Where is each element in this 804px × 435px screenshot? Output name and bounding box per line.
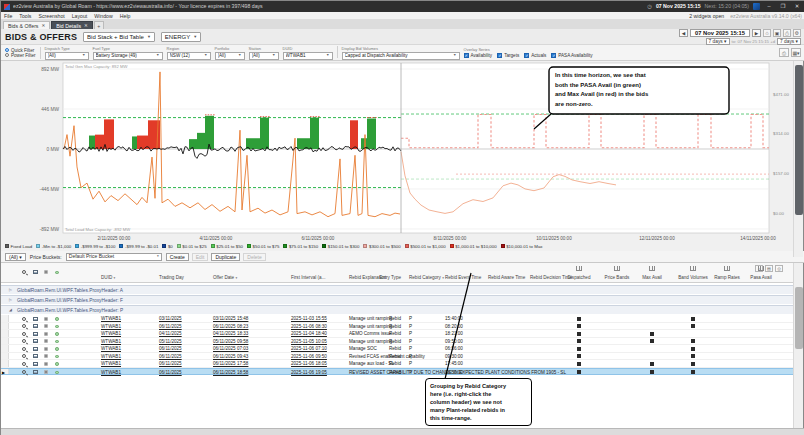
tab-bids-offers[interactable]: Bids & Offers✕ (3, 21, 50, 29)
filter-value-select[interactable]: WTWAB1▼ (283, 52, 333, 60)
magnifier-icon[interactable] (22, 317, 26, 321)
table-columns-icon[interactable]: ▤ (765, 265, 773, 272)
cell-first_interval[interactable]: 2025-11-06 18:05 (291, 360, 327, 368)
mini-chart-cell-max_avail[interactable] (650, 332, 654, 336)
grid-icon[interactable] (33, 324, 38, 328)
grid-icon[interactable] (33, 332, 38, 336)
bucket-all-select[interactable]: (All) ▾ (5, 253, 26, 261)
gear-icon[interactable] (44, 339, 48, 343)
gear-icon[interactable] (44, 347, 48, 351)
filter-value-select[interactable]: (All)▼ (249, 52, 279, 60)
table-row[interactable]: WTWAB106/11/202506/11/2025 09:432025-11-… (1, 353, 793, 361)
expander-icon[interactable]: ▷ (9, 286, 12, 295)
cell-offer_date[interactable]: 06/11/2025 09:43 (213, 353, 248, 361)
row-header[interactable] (1, 360, 9, 367)
create-bucket-button[interactable]: Create (166, 253, 189, 261)
column-header-aware_time[interactable]: Rebid Aware Time (488, 275, 525, 280)
cell-duid[interactable]: WTWAB1 (101, 338, 121, 346)
magnifier-icon[interactable] (22, 354, 26, 358)
export-icon[interactable]: ▦▾ (791, 48, 801, 57)
magnifier-icon[interactable] (22, 362, 26, 366)
cell-first_interval[interactable]: 2025-11-03 15:55 (291, 315, 327, 323)
column-header-pasa_avail[interactable]: Pasa Avail (731, 275, 791, 280)
time-back-button[interactable]: ◀ (679, 29, 688, 37)
cell-trading_day[interactable]: 06/11/2025 (159, 345, 182, 353)
table-row[interactable]: WTWAB106/11/202506/11/2025 17:582025-11-… (1, 360, 793, 368)
gear-icon[interactable] (44, 270, 48, 274)
cell-trading_day[interactable]: 06/11/2025 (159, 360, 182, 368)
gear-icon[interactable] (44, 324, 48, 328)
checkbox-actuals[interactable]: ✓Actuals (524, 53, 546, 58)
print-icon[interactable]: ⎙ (783, 29, 791, 37)
gear-icon[interactable] (44, 370, 48, 374)
grid-icon[interactable] (33, 347, 38, 351)
tab-bid-details[interactable]: Bid Details✕ (51, 21, 93, 29)
grid-icon[interactable] (33, 317, 38, 321)
mini-chart-cell-dispatched[interactable] (577, 339, 581, 343)
duplicate-bucket-button[interactable]: Duplicate (211, 253, 240, 261)
grid-icon[interactable] (33, 270, 38, 274)
checkbox-availability[interactable]: ✓Availability (464, 53, 493, 58)
filter-value-select[interactable]: NSW (12)▼ (167, 52, 211, 60)
menu-item-window[interactable]: Window (94, 13, 112, 19)
cell-offer_date[interactable]: 06/11/2025 17:58 (213, 360, 248, 368)
checkbox-targets[interactable]: ✓Targets (497, 53, 519, 58)
print-chart-icon[interactable]: ⎙ (779, 48, 789, 57)
cell-first_interval[interactable]: 2025-11-06 19:05 (291, 369, 327, 377)
titlebar-next-dispatch[interactable]: Next: 15:20 (04:05) (705, 1, 749, 12)
grid-icon[interactable] (33, 339, 38, 343)
gear-icon[interactable] (44, 362, 48, 366)
row-header[interactable]: ▶ (1, 369, 9, 375)
cell-trading_day[interactable]: 06/11/2025 (159, 369, 182, 377)
gear-icon[interactable] (44, 354, 48, 358)
mini-chart-cell-dispatched[interactable] (577, 324, 581, 328)
settings-icon[interactable]: ⚙ (793, 29, 801, 37)
group-row[interactable]: ▷GlobalRoam.Rem.UI.WPF.Tables.ProxyHeade… (1, 285, 793, 294)
cell-duid[interactable]: WTWAB1 (101, 353, 121, 361)
table-row[interactable]: WTWAB103/11/202503/11/2025 15:482025-11-… (1, 315, 793, 323)
cell-first_interval[interactable]: 2025-11-06 07:10 (291, 345, 327, 353)
time-forward-button[interactable]: ▶ (752, 29, 761, 37)
mini-chart-cell-band_volumes[interactable] (691, 354, 695, 358)
cell-offer_date[interactable]: 05/11/2025 09:58 (213, 338, 248, 346)
checkbox-pasa-availability[interactable]: ✓PASA Availability (551, 53, 592, 58)
grid-icon[interactable] (33, 362, 38, 366)
cell-duid[interactable]: WTWAB1 (101, 360, 121, 368)
cell-trading_day[interactable]: 03/11/2025 (159, 315, 182, 323)
price-bucket-select[interactable]: Default Price Bucket▾ (66, 253, 162, 261)
cell-first_interval[interactable]: 2025-11-06 09:50 (291, 353, 327, 361)
cell-offer_date[interactable]: 04/11/2025 18:33 (213, 330, 248, 338)
table-row[interactable]: WTWAB106/11/202506/11/2025 07:032025-11-… (1, 345, 793, 353)
column-header-duid[interactable]: DUID ▾ (101, 275, 115, 280)
cell-duid[interactable]: WTWAB1 (101, 315, 121, 323)
mini-chart-cell-band_volumes[interactable] (691, 370, 695, 374)
cell-first_interval[interactable]: 2025-11-06 08:30 (291, 323, 327, 331)
magnifier-icon[interactable] (22, 370, 26, 374)
row-header[interactable] (1, 330, 9, 337)
mini-chart-cell-dispatched[interactable] (577, 347, 581, 351)
mini-chart-cell-band_volumes[interactable] (691, 324, 695, 328)
range-back-select[interactable]: 7 days ▾ (706, 38, 730, 45)
magnifier-icon[interactable] (22, 347, 26, 351)
gear-icon[interactable] (44, 317, 48, 321)
group-row[interactable]: ◢GlobalRoam.Rem.UI.WPF.Tables.ProxyHeade… (1, 305, 793, 314)
titlebar-clock[interactable]: 07 Nov 2025 15:15 (656, 1, 701, 12)
column-header-first_interval[interactable]: First Interval (a... (291, 275, 325, 280)
table-scrollbar[interactable] (793, 263, 803, 428)
new-tab-button[interactable]: + (94, 21, 104, 29)
menu-item-file[interactable]: File (4, 13, 12, 19)
bid-table-header[interactable]: ⌕ ▤ ⎙ DUID ▾Trading DayOffer Date ▾First… (1, 263, 793, 283)
row-header[interactable] (1, 323, 9, 330)
commodity-select[interactable]: ENERGY▼ (161, 32, 201, 42)
cell-trading_day[interactable]: 05/11/2025 (159, 338, 182, 346)
table-row[interactable]: WTWAB105/11/202505/11/2025 09:582025-11-… (1, 338, 793, 346)
mini-chart-cell-dispatched[interactable] (577, 370, 581, 374)
cell-duid[interactable]: WTWAB1 (101, 330, 121, 338)
row-header[interactable] (1, 338, 9, 345)
view-select[interactable]: Bid Stack + Bid Table▼ (83, 32, 155, 42)
cell-offer_date[interactable]: 06/11/2025 07:03 (213, 345, 248, 353)
expander-icon[interactable]: ◢ (9, 306, 12, 315)
table-row[interactable]: WTWAB106/11/202506/11/2025 08:232025-11-… (1, 323, 793, 331)
bid-stack-chart[interactable]: 892 MW446 MW0 MW-446 MW-892 MW$471.00$31… (1, 61, 793, 243)
filter-value-select[interactable]: (All)▼ (45, 52, 89, 60)
